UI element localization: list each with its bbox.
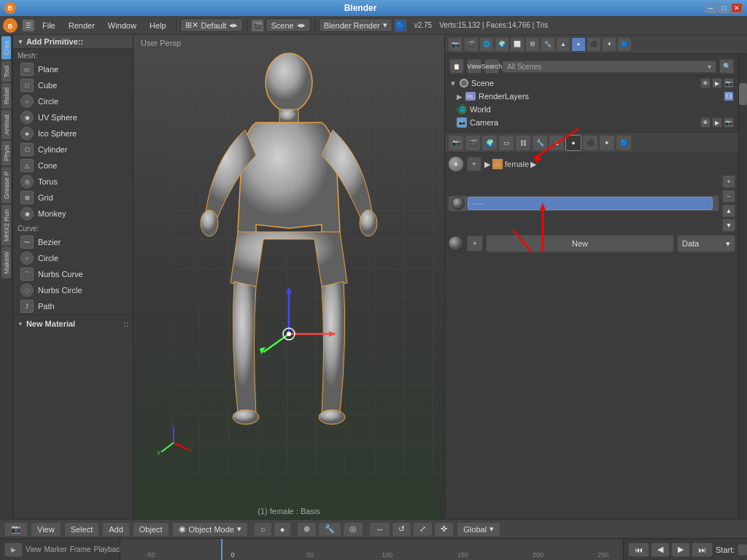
shading-wire[interactable]: ○ [254,522,272,537]
mesh-cone[interactable]: △ Cone [13,158,133,174]
mat-minus-btn[interactable]: − [722,190,735,203]
mesh-grid[interactable]: ⊞ Grid [13,190,133,206]
renderer-dropdown[interactable]: Blender Render ▾ [319,18,392,32]
vtab-create[interactable]: Crea [1,36,11,60]
rtool-modifier-icon[interactable]: 🔧 [541,37,555,52]
tree-scene[interactable]: ▼ Scene 👁 ▶ 📷 [445,77,738,90]
pivot-btn[interactable]: ⊕ [297,522,317,537]
prop-tab-physics[interactable]: 🔵 [616,135,632,151]
rtool-particles-icon[interactable]: ✦ [602,37,616,52]
vtab-relations[interactable]: Relati [1,83,11,109]
snap-btn[interactable]: 🔧 [318,522,341,537]
mesh-plane[interactable]: ▭ Plane [13,61,133,77]
render-icon-small[interactable]: 📷 [724,78,734,88]
rl-film-icon[interactable]: 🎞 [724,91,734,101]
mat-plus-btn[interactable]: + [722,175,735,188]
mesh-torus[interactable]: ◎ Torus [13,174,133,190]
scale-tool[interactable]: ⤢ [413,522,433,537]
prop-tab-texture[interactable]: ⬛ [582,135,598,151]
menu-render[interactable]: Render [63,20,101,31]
play-fwd-btn[interactable]: ⏭ [692,542,713,557]
vtab-animation[interactable]: Animat [1,110,11,139]
material-name-bar[interactable]: ── [468,197,713,210]
timeline-main[interactable]: -50 0 50 100 150 200 250 [120,539,623,560]
select-btn[interactable]: Select [64,522,100,537]
menu-help[interactable]: Help [144,20,172,31]
material-slot[interactable]: ── [448,195,719,211]
rtool-data-icon[interactable]: ▲ [556,37,570,52]
play-rev-btn[interactable]: ◀ [651,542,670,557]
view-menu[interactable]: View [467,59,481,74]
mode-selector[interactable]: ◉ Object Mode ▾ [172,522,248,537]
vtab-makew[interactable]: MakeW [1,247,11,279]
rtool-render-icon[interactable]: 🎬 [464,37,479,52]
obj-icon[interactable]: ▭ [492,158,503,170]
curve-nurbs[interactable]: ⌒ Nurbs Curve [13,266,133,282]
rtool-scene-icon[interactable]: 🌐 [479,37,494,52]
menu-file[interactable]: File [36,20,61,31]
timeline-playhead[interactable] [221,539,222,560]
rtool-texture-icon[interactable]: ⬛ [587,37,601,52]
rtool-world-icon[interactable]: 🌍 [495,37,509,52]
rtool-object-icon[interactable]: ⬜ [510,37,525,52]
mesh-circle[interactable]: ○ Circle [13,93,133,109]
view-btn[interactable]: View [31,522,61,537]
vtab-grease[interactable]: Grease P [1,167,11,203]
workspace-icon[interactable]: ☰ [22,19,35,32]
mesh-uvsphere[interactable]: ◉ UV Sphere [13,109,133,125]
curve-path[interactable]: ⤴ Path [13,298,133,314]
prop-tab-world[interactable]: 🌍 [481,135,498,151]
prop-tab-material[interactable]: ● [565,135,581,151]
prop-tab-data[interactable]: ▲ [549,135,565,151]
timeline-icon[interactable]: ▶ [4,542,23,557]
menu-window[interactable]: Window [102,20,142,31]
camera-vis-icon[interactable]: 👁 [700,117,711,128]
search-icon[interactable]: 🔍 [719,59,734,74]
vtab-physics[interactable]: Physi [1,141,11,166]
timeline-playback[interactable]: Playback [94,545,124,553]
rtool-material-icon[interactable]: ● [571,37,586,52]
mat-down-btn[interactable]: ▼ [722,219,735,232]
shading-solid[interactable]: ● [274,522,292,537]
rtool-camera-icon[interactable]: 📷 [448,37,462,52]
play-back-btn[interactable]: ⏮ [628,542,649,557]
scene-dropdown[interactable]: Scene ◂▸ [266,18,310,32]
camera-ren-icon[interactable]: 📷 [724,117,734,128]
add-btn[interactable]: Add [102,522,130,537]
play-btn[interactable]: ▶ [671,542,690,557]
add-primitive-header[interactable]: ▼ Add Primitive:: [13,35,133,49]
right-scrollbar[interactable] [738,54,747,519]
close-button[interactable]: ✕ [731,3,743,13]
scrollbar-thumb[interactable] [739,83,747,105]
viewport[interactable]: User Persp [133,35,444,519]
prop-tab-modifier[interactable]: 🔧 [532,135,548,151]
outliner-icon[interactable]: 📋 [449,59,464,74]
mat-add-icon[interactable]: + [467,157,481,171]
rtool-physics-icon[interactable]: 🔵 [617,37,632,52]
select-icon[interactable]: ▶ [712,78,722,88]
timeline-frame[interactable]: Frame [70,545,91,553]
vtab-tool[interactable]: Tool [1,61,11,82]
mesh-monkey[interactable]: ◉ Monkey [13,206,133,222]
vtab-mhx2[interactable]: MHX2 Run [1,205,11,246]
prop-edit-btn[interactable]: ◎ [343,522,363,537]
tree-camera[interactable]: 📷 Camera 👁 ▶ 📷 [445,116,738,129]
search-btn[interactable]: Search [484,59,499,74]
timeline-marker[interactable]: Marker [44,545,67,553]
tree-world[interactable]: 🌐 World [445,103,738,116]
grab-tool[interactable]: ↔ [369,522,390,537]
prop-tab-particles[interactable]: ✦ [599,135,615,151]
camera-sel-icon[interactable]: ▶ [712,117,722,128]
viewport-icon-btn[interactable]: 📷 [4,522,28,537]
curve-nurbscircle[interactable]: ◌ Nurbs Circle [13,282,133,298]
prop-tab-constraint[interactable]: ⛓ [515,135,531,151]
mat-up-btn[interactable]: ▲ [722,204,735,217]
maximize-button[interactable]: □ [718,3,729,13]
object-btn[interactable]: Object [133,522,169,537]
rtool-constraint-icon[interactable]: ⛓ [525,37,540,52]
minimize-button[interactable]: ─ [705,3,716,13]
mesh-cylinder[interactable]: ⬡ Cylinder [13,141,133,158]
prop-tab-object[interactable]: ▭ [498,135,514,151]
start-value[interactable]: 1 [738,544,747,556]
prop-tab-scene[interactable]: 🎬 [465,135,481,151]
